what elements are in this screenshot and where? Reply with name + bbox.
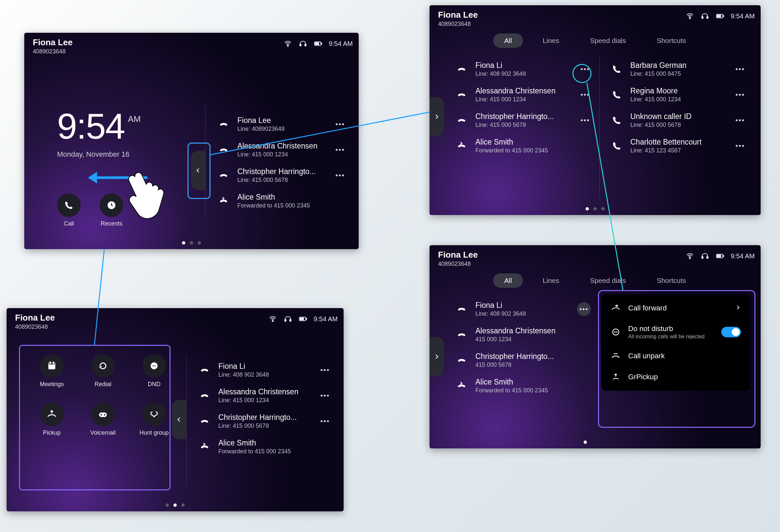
panel-all-tab: Fiona Lee 4089023648 9:54 AM All Lines S… [430,5,761,215]
collapse-handle[interactable] [172,400,186,439]
collapse-handle[interactable] [191,151,205,190]
list-item[interactable]: Fiona LiLine: 408 902 3648 ••• [452,296,593,322]
tab-shortcuts[interactable]: Shortcuts [645,34,697,48]
option-dnd[interactable]: Do not disturbAll incoming calls will be… [601,319,749,345]
recents-button[interactable]: Recents [100,193,123,227]
tab-all[interactable]: All [493,34,523,48]
wifi-icon [686,252,694,260]
divider [186,354,187,485]
chevron-right-icon [735,304,741,312]
list-item[interactable]: Christopher Harringto...Line: 415 000 56… [452,107,596,133]
list-item[interactable]: Alessandra Christensen415 000 1234 [452,322,593,347]
list-item[interactable]: Charlotte BettencourtLine: 415 123 4567 … [607,133,751,159]
user-name: Fiona Lee [438,10,478,20]
tab-lines[interactable]: Lines [532,34,570,48]
phone-icon [610,115,623,125]
more-button[interactable]: ••• [577,114,593,127]
battery-icon [299,315,307,323]
header: Fiona Lee 4089023648 9:54 AM [438,250,755,268]
list-item[interactable]: Christopher Harringto...Line: 415 000 56… [214,162,351,188]
list-item[interactable]: Alice SmithForwarded to 415 000 2345 [214,188,351,214]
more-button[interactable]: ••• [732,140,748,152]
headset-icon [299,39,307,48]
page-dots[interactable] [24,241,359,245]
hangup-icon [455,64,468,74]
more-button-active[interactable]: ••• [577,302,591,316]
phone-icon [610,64,623,74]
user-number: 4089023648 [438,260,478,268]
list-item[interactable]: Fiona LiLine: 408 902 3648 ••• [452,56,596,82]
more-button[interactable]: ••• [732,114,748,127]
headset-icon [701,252,709,260]
clock-time: 9:54 [57,108,125,144]
expand-handle[interactable] [430,97,444,136]
clock-block: 9:54 AM Monday, November 16 [57,108,141,159]
more-button[interactable]: ••• [317,364,333,376]
expand-handle[interactable] [430,337,444,376]
more-button[interactable]: ••• [332,144,348,156]
hangup-icon [198,416,211,426]
dnd-icon [610,328,622,337]
list-item[interactable]: Christopher Harringto...415 000 5678 [452,347,593,373]
list-item[interactable]: Fiona LeeLine: 4089023648 ••• [214,111,351,137]
hangup-icon [455,304,468,314]
headset-icon [284,315,292,323]
option-grpickup[interactable]: GrPickup [601,367,749,387]
page-dots[interactable] [584,441,587,444]
call-button[interactable]: Call [57,193,81,227]
list-item[interactable]: Fiona LiLine: 408 902 3648 ••• [195,357,336,383]
list-item[interactable]: Alice SmithForwarded to 415 000 2345 [195,434,336,460]
battery-icon [314,39,322,48]
list-item[interactable]: Barbara GermanLine: 415 000 8475 ••• [607,56,751,82]
tab-speed-dials[interactable]: Speed dials [579,273,637,288]
dnd-toggle[interactable] [721,327,741,337]
tab-lines[interactable]: Lines [532,273,570,288]
hangup-icon [455,90,468,100]
list-item[interactable]: Alice SmithForwarded to 415 000 2345 [452,373,593,399]
voicemail-button[interactable]: Voicemail [90,402,115,445]
list-item[interactable]: Alessandra ChristensenLine: 415 000 1234… [195,383,336,408]
wifi-icon [284,39,292,48]
status-time: 9:54 AM [329,40,353,48]
user-name: Fiona Lee [15,313,55,323]
tab-shortcuts[interactable]: Shortcuts [645,273,697,288]
pickup-button[interactable]: Pickup [40,402,64,445]
huntgroup-button[interactable]: Hunt group [139,402,168,445]
hangup-icon [217,171,230,180]
wifi-icon [269,315,277,323]
redial-button[interactable]: Redial [91,354,115,397]
list-item[interactable]: Alessandra ChristensenLine: 415 000 1234… [452,82,596,107]
list-item[interactable]: Regina MooreLine: 415 000 1234 ••• [607,82,751,107]
page-dots[interactable] [430,207,761,210]
hangup-icon [455,355,468,365]
hangup-icon [217,145,230,155]
more-button[interactable]: ••• [577,89,593,101]
list-item[interactable]: Unknown caller IDLine: 415 000 5678 ••• [607,107,751,133]
hangup-icon [455,330,468,340]
panel-apps: Fiona Lee 4089023648 9:54 AM Meetings Re… [7,308,344,511]
option-call-forward[interactable]: Call forward [601,298,749,319]
tab-speed-dials[interactable]: Speed dials [579,34,637,48]
phone-icon [610,90,623,100]
more-button[interactable]: ••• [317,389,333,402]
forward-icon [455,141,468,151]
list-item[interactable]: Alice SmithForwarded to 415 000 2345 [452,133,596,159]
more-button[interactable]: ••• [732,63,748,76]
more-button[interactable]: ••• [332,169,348,182]
battery-icon [716,252,724,260]
list-item[interactable]: Alessandra ChristensenLine: 415 000 1234… [214,137,351,162]
page-dots[interactable] [7,503,344,507]
dnd-button[interactable]: DND [142,354,166,397]
option-call-unpark[interactable]: Call unpark [601,345,749,367]
header: Fiona Lee 4089023648 9:54 AM [438,10,755,28]
status-bar: 9:54 AM [269,315,338,323]
more-button[interactable]: ••• [732,89,748,101]
wifi-icon [686,12,694,20]
more-button[interactable]: ••• [332,118,348,131]
list-item[interactable]: Christopher Harringto...Line: 415 000 56… [195,408,336,434]
more-button[interactable]: ••• [317,415,333,427]
tab-all[interactable]: All [493,273,523,288]
meetings-button[interactable]: Meetings [40,354,64,397]
tabs: All Lines Speed dials Shortcuts [430,34,761,48]
more-button[interactable]: ••• [577,63,593,76]
